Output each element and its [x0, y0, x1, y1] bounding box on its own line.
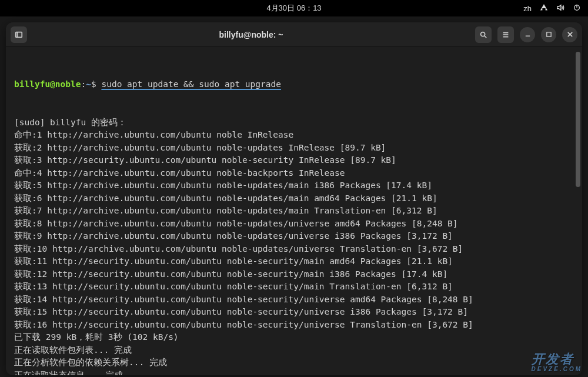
network-icon[interactable]	[540, 4, 548, 14]
close-button[interactable]	[562, 27, 577, 42]
output-line: 获取:7 http://archive.ubuntu.com/ubuntu no…	[14, 205, 574, 218]
output-line: 获取:3 http://security.ubuntu.com/ubuntu n…	[14, 154, 574, 167]
prompt-path: ~	[86, 79, 91, 89]
svg-rect-10	[546, 32, 550, 36]
watermark: 开发者 DEVZE.COM	[532, 351, 582, 372]
svg-point-4	[481, 32, 485, 36]
output-line: 获取:10 http://archive.ubuntu.com/ubuntu n…	[14, 243, 574, 256]
maximize-button[interactable]	[541, 27, 556, 42]
output-line: 获取:8 http://archive.ubuntu.com/ubuntu no…	[14, 218, 574, 231]
minimize-button[interactable]	[520, 27, 535, 42]
power-icon[interactable]	[573, 4, 581, 14]
new-tab-button[interactable]	[11, 26, 27, 43]
output-line: 已下载 299 kB，耗时 3秒 (102 kB/s)	[14, 331, 574, 344]
volume-icon[interactable]	[556, 4, 564, 14]
output-line: 获取:13 http://security.ubuntu.com/ubuntu …	[14, 281, 574, 293]
output-line: 获取:12 http://security.ubuntu.com/ubuntu …	[14, 268, 574, 281]
output-line: 获取:11 http://security.ubuntu.com/ubuntu …	[14, 255, 574, 268]
prompt-user: billyfu@noble	[14, 79, 81, 89]
window-title: billyfu@noble: ~	[27, 30, 475, 39]
output-line: 正在分析软件包的依赖关系树... 完成	[14, 356, 574, 369]
output-line: 获取:5 http://archive.ubuntu.com/ubuntu no…	[14, 179, 574, 192]
search-button[interactable]	[475, 26, 492, 43]
terminal-content[interactable]: billyfu@noble:~$ sudo apt update && sudo…	[6, 47, 582, 375]
output-line: 获取:15 http://security.ubuntu.com/ubuntu …	[14, 306, 574, 319]
terminal-output: [sudo] billyfu 的密码：命中:1 http://archive.u…	[14, 116, 574, 376]
output-line: 获取:6 http://archive.ubuntu.com/ubuntu no…	[14, 192, 574, 205]
menu-button[interactable]	[497, 26, 514, 43]
topbar-status-area[interactable]: zh	[523, 4, 581, 14]
input-method-indicator[interactable]: zh	[523, 4, 532, 13]
output-line: 命中:1 http://archive.ubuntu.com/ubuntu no…	[14, 129, 574, 142]
window-titlebar: billyfu@noble: ~	[6, 22, 582, 47]
command-text: sudo apt update && sudo apt upgrade	[101, 79, 281, 89]
prompt-line: billyfu@noble:~$ sudo apt update && sudo…	[14, 78, 574, 91]
output-line: [sudo] billyfu 的密码：	[14, 116, 574, 129]
output-line: 正在读取状态信息... 完成	[14, 369, 574, 376]
output-line: 获取:9 http://archive.ubuntu.com/ubuntu no…	[14, 230, 574, 243]
terminal-window: billyfu@noble: ~ billyfu@noble:~$ sudo a…	[6, 22, 582, 375]
output-line: 正在读取软件包列表... 完成	[14, 344, 574, 357]
terminal-scrollbar[interactable]	[576, 52, 580, 187]
output-line: 获取:14 http://security.ubuntu.com/ubuntu …	[14, 293, 574, 306]
output-line: 获取:2 http://archive.ubuntu.com/ubuntu no…	[14, 142, 574, 155]
output-line: 获取:16 http://security.ubuntu.com/ubuntu …	[14, 319, 574, 332]
topbar-datetime[interactable]: 4月30日 06：13	[266, 3, 321, 14]
output-line: 命中:4 http://archive.ubuntu.com/ubuntu no…	[14, 167, 574, 180]
svg-rect-2	[16, 32, 22, 37]
gnome-topbar: 4月30日 06：13 zh	[0, 0, 588, 16]
svg-line-5	[485, 35, 487, 38]
